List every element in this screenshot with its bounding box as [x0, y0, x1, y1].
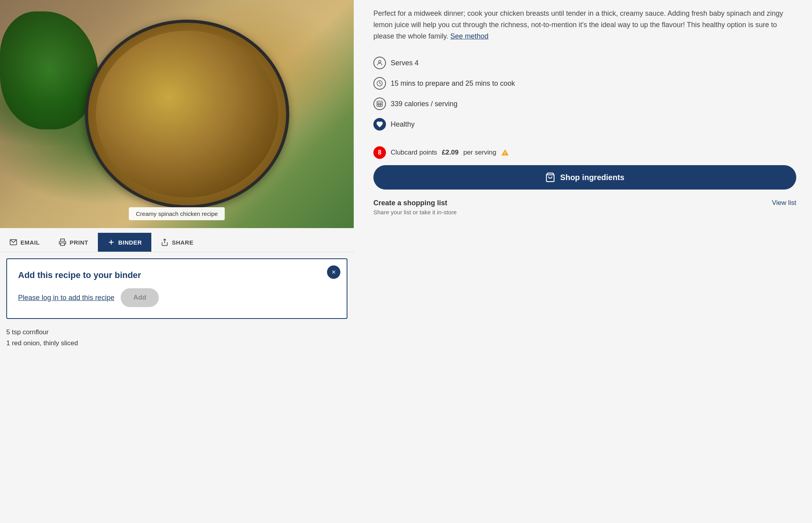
main-content: Creamy spinach chicken recipe EMAIL	[0, 0, 812, 349]
shopping-list-desc: Share your list or take it in-store	[373, 209, 457, 215]
login-link[interactable]: Please log in to add this recipe	[18, 294, 114, 302]
price-per-serving: £2.09	[442, 149, 459, 157]
time-meta: 15 mins to prepare and 25 mins to cook	[373, 73, 796, 94]
binder-icon	[107, 238, 115, 246]
see-method-link[interactable]: See method	[450, 32, 489, 40]
ingredient-item: 1 red onion, thinly sliced	[6, 338, 347, 349]
page-container: Creamy spinach chicken recipe EMAIL	[0, 0, 812, 349]
clubcard-badge: 8	[373, 146, 386, 159]
shop-section: 8 Clubcard points £2.09 per serving !	[373, 146, 796, 215]
shopping-list-title: Create a shopping list	[373, 199, 457, 207]
serves-meta: Serves 4	[373, 53, 796, 73]
left-column: Creamy spinach chicken recipe EMAIL	[0, 0, 354, 349]
calories-meta: 339 calories / serving	[373, 94, 796, 114]
shop-ingredients-button[interactable]: Shop ingredients	[373, 165, 796, 190]
clubcard-label: Clubcard points	[391, 149, 437, 157]
svg-point-5	[378, 61, 381, 63]
svg-rect-1	[61, 243, 64, 246]
email-icon	[9, 238, 17, 246]
print-icon	[59, 238, 66, 246]
serves-icon	[373, 57, 386, 69]
svg-text:!: !	[504, 151, 505, 156]
healthy-meta: Healthy	[373, 114, 796, 134]
shopping-list-text: Create a shopping list Share your list o…	[373, 199, 457, 215]
per-serving-label: per serving	[463, 149, 496, 157]
recipe-description: Perfect for a midweek dinner; cook your …	[373, 8, 796, 42]
print-button[interactable]: PRINT	[49, 233, 98, 252]
share-icon	[161, 238, 169, 246]
right-column: Perfect for a midweek dinner; cook your …	[354, 0, 812, 349]
binder-panel: × Add this recipe to your binder Please …	[6, 258, 347, 319]
image-caption: Creamy spinach chicken recipe	[129, 207, 225, 220]
healthy-icon	[373, 118, 386, 131]
recipe-image-container: Creamy spinach chicken recipe	[0, 0, 354, 228]
email-button[interactable]: EMAIL	[0, 233, 49, 252]
clubcard-row: 8 Clubcard points £2.09 per serving !	[373, 146, 796, 159]
shopping-list-row: Create a shopping list Share your list o…	[373, 199, 796, 215]
basket-icon	[545, 172, 555, 182]
binder-panel-title: Add this recipe to your binder	[18, 270, 336, 280]
food-image	[0, 0, 354, 228]
time-icon	[373, 77, 386, 90]
action-buttons-bar: EMAIL PRINT BINDER	[0, 228, 354, 252]
binder-button[interactable]: BINDER	[98, 233, 152, 252]
ingredients-section: 5 tsp cornflour 1 red onion, thinly slic…	[0, 319, 354, 349]
ingredient-item: 5 tsp cornflour	[6, 327, 347, 338]
share-button[interactable]: SHARE	[151, 233, 203, 252]
close-binder-button[interactable]: ×	[327, 265, 340, 279]
recipe-meta-list: Serves 4 15 mins to prepare and 25 mins …	[373, 53, 796, 134]
svg-rect-7	[377, 101, 382, 107]
pan-decoration	[85, 20, 289, 208]
add-button[interactable]: Add	[121, 288, 159, 307]
spinach-decoration	[0, 11, 98, 129]
calories-icon	[373, 98, 386, 110]
view-list-link[interactable]: View list	[772, 199, 796, 207]
warning-icon: !	[501, 149, 509, 157]
binder-panel-row: Please log in to add this recipe Add	[18, 288, 336, 307]
